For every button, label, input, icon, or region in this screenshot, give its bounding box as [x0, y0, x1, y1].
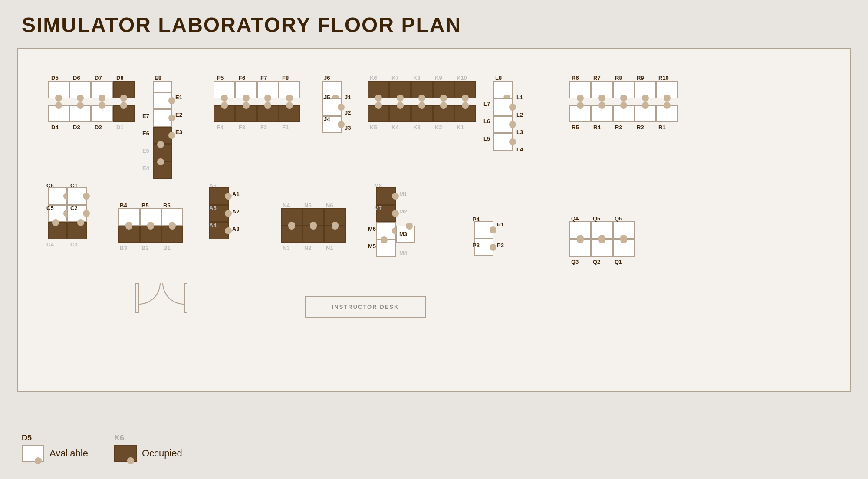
station-k1[interactable] [454, 105, 476, 122]
station-c1[interactable] [67, 187, 87, 205]
label-r2: R2 [637, 124, 644, 131]
label-d6: D6 [73, 75, 80, 81]
station-r3[interactable] [613, 105, 635, 122]
label-q1: Q1 [615, 259, 622, 265]
label-f1: F1 [282, 124, 289, 131]
station-d8[interactable] [113, 81, 135, 98]
label-a5: A5 [209, 205, 217, 211]
label-k6: K6 [370, 75, 377, 81]
station-k3[interactable] [411, 105, 433, 122]
station-l7[interactable] [493, 98, 513, 116]
station-r8[interactable] [613, 81, 635, 98]
station-f5[interactable] [214, 81, 235, 98]
station-f2[interactable] [257, 105, 279, 122]
station-c6[interactable] [48, 187, 67, 205]
station-m5[interactable] [376, 240, 396, 257]
label-r7: R7 [593, 75, 601, 81]
label-r10: R10 [658, 75, 669, 81]
label-f8: F8 [282, 75, 289, 81]
label-m6: M6 [368, 226, 376, 232]
label-r4: R4 [593, 124, 601, 131]
station-q6[interactable] [613, 221, 635, 239]
label-b4: B4 [120, 202, 127, 209]
station-r4[interactable] [591, 105, 613, 122]
station-n3[interactable] [281, 226, 302, 243]
station-f7[interactable] [257, 81, 279, 98]
label-m8: M8 [374, 182, 382, 189]
station-c3[interactable] [67, 222, 87, 240]
station-q4[interactable] [569, 221, 591, 239]
station-k8[interactable] [411, 81, 433, 98]
station-f8[interactable] [279, 81, 300, 98]
station-l5[interactable] [493, 133, 513, 151]
station-e7[interactable] [153, 109, 172, 127]
station-d2[interactable] [91, 105, 113, 122]
station-r6[interactable] [569, 81, 591, 98]
station-e4[interactable] [153, 161, 172, 179]
station-d1[interactable] [113, 105, 135, 122]
station-m8[interactable] [376, 187, 396, 205]
station-b2[interactable] [140, 226, 161, 243]
station-k2[interactable] [433, 105, 454, 122]
station-l6[interactable] [493, 116, 513, 133]
label-j5: J5 [324, 94, 330, 101]
label-m2: M2 [399, 208, 407, 215]
label-d5: D5 [51, 75, 59, 81]
station-k9[interactable] [433, 81, 454, 98]
label-j3: J3 [345, 125, 351, 131]
label-j1: J1 [345, 94, 351, 101]
label-k9: K9 [435, 75, 442, 81]
station-r5[interactable] [569, 105, 591, 122]
label-k10: K10 [457, 75, 467, 81]
station-r2[interactable] [635, 105, 656, 122]
station-r9[interactable] [635, 81, 656, 98]
station-q2[interactable] [591, 240, 613, 257]
station-n2[interactable] [302, 226, 324, 243]
label-d8: D8 [116, 75, 124, 81]
label-a3: A3 [232, 226, 240, 232]
station-k4[interactable] [389, 105, 411, 122]
station-f6[interactable] [235, 81, 257, 98]
station-q1[interactable] [613, 240, 635, 257]
station-q5[interactable] [591, 221, 613, 239]
label-a1: A1 [232, 191, 240, 197]
label-n1: N1 [326, 245, 333, 251]
station-r1[interactable] [656, 105, 678, 122]
station-j5[interactable] [322, 98, 342, 116]
station-d6[interactable] [69, 81, 91, 98]
station-c4[interactable] [48, 222, 67, 240]
station-f4[interactable] [214, 105, 235, 122]
station-k10[interactable] [454, 81, 476, 98]
station-b1[interactable] [161, 226, 183, 243]
label-b5: B5 [141, 202, 149, 209]
station-n1[interactable] [324, 226, 346, 243]
station-a6[interactable] [209, 187, 229, 205]
station-e1[interactable] [153, 92, 172, 109]
station-p4[interactable] [474, 221, 493, 239]
station-f1[interactable] [279, 105, 300, 122]
label-r3: R3 [615, 124, 622, 131]
label-d7: D7 [95, 75, 102, 81]
label-l7: L7 [483, 101, 490, 107]
station-d5[interactable] [48, 81, 69, 98]
label-l2: L2 [516, 112, 523, 118]
station-k6[interactable] [368, 81, 389, 98]
station-r7[interactable] [591, 81, 613, 98]
station-k7[interactable] [389, 81, 411, 98]
label-a2: A2 [232, 208, 240, 215]
station-k5[interactable] [368, 105, 389, 122]
station-d3[interactable] [69, 105, 91, 122]
label-e2: E2 [175, 112, 182, 118]
label-n2: N2 [304, 245, 312, 251]
station-q3[interactable] [569, 240, 591, 257]
station-d4[interactable] [48, 105, 69, 122]
station-r10[interactable] [656, 81, 678, 98]
label-a4: A4 [209, 222, 217, 229]
label-c6: C6 [46, 182, 54, 189]
label-p4: P4 [473, 216, 480, 223]
station-b3[interactable] [118, 226, 140, 243]
station-d7[interactable] [91, 81, 113, 98]
station-f3[interactable] [235, 105, 257, 122]
station-l8[interactable] [493, 81, 513, 98]
label-e8: E8 [155, 75, 161, 81]
